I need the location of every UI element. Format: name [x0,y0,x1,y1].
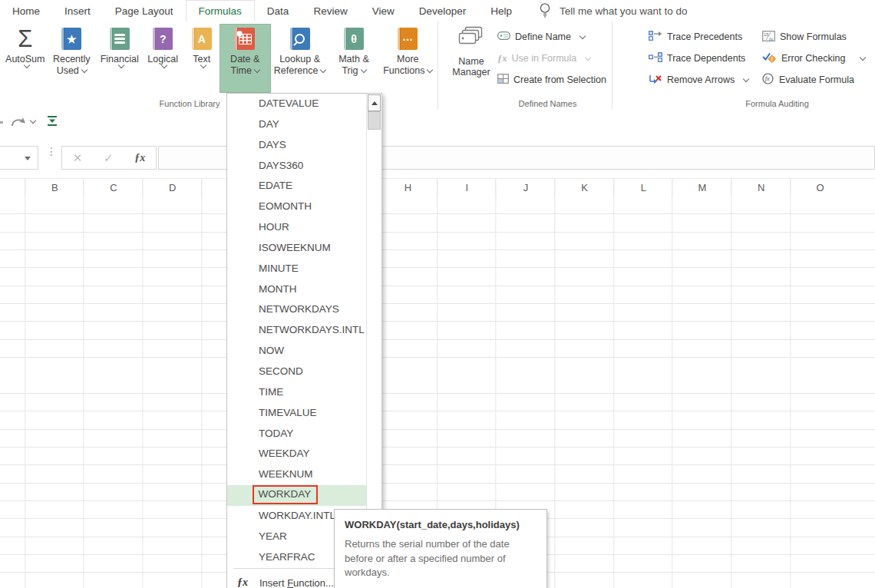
define-name-button[interactable]: Define Name [497,26,606,48]
tell-me-box[interactable]: Tell me what you want to do [540,0,688,21]
column-header-row: B C D H I J K L M N O [0,178,875,197]
lookup-reference-button[interactable]: Lookup & Reference [270,25,329,92]
quick-access-toolbar [0,110,875,143]
resize-dots-icon[interactable]: ⋮ [46,148,57,155]
name-box[interactable] [0,146,38,170]
menu-item[interactable]: EOMONTH [227,197,367,217]
menu-item[interactable]: TIMEVALUE [227,403,367,424]
column-header[interactable]: I [438,179,497,197]
ellipsis-book-icon: ⋯ [398,28,418,50]
column-header[interactable]: J [497,179,556,197]
column-header[interactable]: K [555,179,614,197]
menu-item[interactable]: WEEKDAY [227,444,367,464]
insert-function-icon[interactable]: ƒx [134,152,145,164]
tab-home[interactable]: Home [0,0,52,21]
fx-icon: ƒx [497,53,507,64]
remove-arrows-button[interactable]: Remove Arrows [649,69,748,91]
fx-icon: ƒx [237,576,248,588]
column-header[interactable]: D [143,179,202,197]
menu-item[interactable]: DATEVALUE [227,94,367,114]
formula-bar-row: ⋮ ✕ ✓ ƒx [0,144,875,172]
tab-developer[interactable]: Developer [407,0,479,21]
text-button[interactable]: A Text [183,25,220,92]
menu-item[interactable]: HOUR [227,217,367,238]
chevron-down-icon [743,75,749,81]
trace-precedents-button[interactable]: Trace Precedents [649,26,748,48]
group-defined-names: Name Manager Define Name ƒx Use in Formu… [438,21,612,110]
menu-item[interactable]: TODAY [227,424,367,444]
enter-icon[interactable]: ✓ [104,151,114,165]
theta-book-icon: θ [344,28,364,50]
coins-book-icon [110,28,130,50]
menu-item[interactable]: DAYS [227,135,367,156]
workday-tooltip: WORKDAY(start_date,days,holidays) Return… [334,509,547,588]
menu-item[interactable]: TIME [227,382,367,403]
remove-arrows-icon [649,74,662,87]
menu-item[interactable]: NETWORKDAYS [227,299,367,320]
show-formulas-icon: 15fx [762,31,775,44]
tab-review[interactable]: Review [301,0,359,21]
tooltip-title: WORKDAY(start_date,days,holidays) [345,519,537,530]
tab-page-layout[interactable]: Page Layout [103,0,186,21]
tab-view[interactable]: View [360,0,407,21]
chevron-down-icon [360,67,366,73]
sigma-icon: Σ [18,28,32,50]
tab-insert[interactable]: Insert [52,0,103,21]
more-functions-button[interactable]: ⋯ More Functions [378,25,438,92]
selection-grid-icon [497,74,509,86]
menu-item[interactable]: DAYS360 [227,156,367,177]
financial-button[interactable]: Financial [97,25,142,92]
column-header[interactable]: L [614,179,673,197]
error-checking-icon [762,52,777,65]
menu-item-workday-highlighted[interactable]: WORKDAY [227,485,367,506]
chevron-down-icon [860,54,866,60]
logical-button[interactable]: ? Logical [142,25,183,92]
group-formula-auditing: Trace Precedents Trace Dependents Remove… [612,21,875,110]
tab-formulas[interactable]: Formulas [186,0,255,22]
error-checking-button[interactable]: Error Checking [762,48,865,69]
magnifier-book-icon [290,28,310,50]
chevron-down-icon [427,67,433,73]
evaluate-formula-button[interactable]: fx Evaluate Formula [762,69,865,91]
red-highlight-box: WORKDAY [253,485,319,504]
undo-icon[interactable] [0,121,3,124]
tab-data[interactable]: Data [255,0,302,21]
create-from-selection-button[interactable]: Create from Selection [497,69,606,91]
column-header[interactable]: M [673,179,732,197]
menu-item[interactable]: SECOND [227,362,367,382]
scrollbar-thumb[interactable] [368,111,381,130]
autosum-button[interactable]: Σ AutoSum [4,25,47,92]
name-box-dropdown-icon[interactable] [25,157,31,160]
redo-icon[interactable] [9,115,28,132]
trace-dependents-button[interactable]: Trace Dependents [649,48,748,69]
column-header[interactable]: C [84,179,144,197]
column-header[interactable]: O [791,179,850,197]
menu-item[interactable]: MINUTE [227,259,367,279]
up-arrow-icon [371,101,378,105]
menu-item[interactable]: ISOWEEKNUM [227,238,367,259]
recently-used-button[interactable]: ★ Recently Used [47,25,97,92]
menu-item[interactable]: NOW [227,341,367,362]
math-trig-button[interactable]: θ Math & Trig [329,25,378,92]
evaluate-formula-icon: fx [762,73,774,87]
column-header[interactable]: N [731,179,791,197]
tab-help[interactable]: Help [478,0,524,21]
menu-item[interactable]: DAY [227,114,367,135]
tooltip-body: Returns the serial number of the date be… [345,537,537,580]
show-formulas-button[interactable]: 15fx Show Formulas [762,26,865,48]
calendar-clock-book-icon [235,28,255,50]
menu-item[interactable]: WEEKNUM [227,464,367,485]
name-tags-icon [458,26,484,51]
column-header[interactable]: H [378,179,438,197]
chevron-down-icon[interactable] [30,117,36,124]
group-label-formula-auditing: Formula Auditing [679,99,875,108]
scroll-up-button[interactable] [368,94,381,111]
menu-item[interactable]: NETWORKDAYS.INTL [227,320,367,341]
date-time-button[interactable]: Date & Time [220,25,270,92]
cancel-icon[interactable]: ✕ [73,151,83,165]
menu-item[interactable]: MONTH [227,279,367,300]
customize-quick-access-icon[interactable] [48,116,57,130]
name-manager-button[interactable]: Name Manager [448,26,494,78]
menu-item[interactable]: EDATE [227,176,367,197]
column-header[interactable]: B [25,179,84,197]
